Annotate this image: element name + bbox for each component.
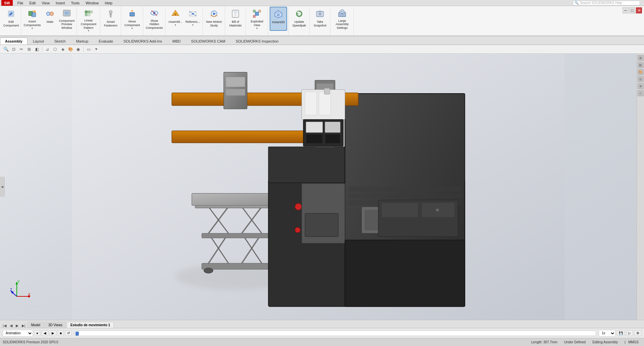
status-defined: Under Defined (564, 340, 586, 344)
svg-text:Z: Z (10, 288, 12, 292)
insert-components-button[interactable]: Insert Components ▼ (23, 7, 42, 31)
ribbon-group-exploded: Exploded View ▼ (246, 7, 268, 36)
restore-button[interactable]: □ (629, 7, 635, 13)
linear-pattern-button[interactable]: Linear Component Pattern ▼ (78, 7, 99, 31)
tab-assembly[interactable]: Assembly (0, 38, 28, 45)
nav-last[interactable]: ▶| (20, 324, 27, 328)
new-motion-study-icon (209, 8, 219, 19)
view-icon-5[interactable]: ⊿ (44, 46, 51, 53)
close-button[interactable]: ✕ (636, 7, 642, 13)
sidebar-icon-3[interactable]: 🎨 (638, 69, 644, 75)
status-sep1: | (625, 340, 626, 344)
search-input[interactable]: 🔍 Search SOLIDWORKS Help (573, 1, 640, 5)
tab-markup[interactable]: Markup (71, 38, 94, 45)
sidebar-icon-2[interactable]: ▤ (638, 62, 644, 68)
sidebar-icon-6[interactable]: ◇ (638, 90, 644, 96)
sidebar-icon-5[interactable]: ⊕ (638, 83, 644, 89)
nav-prev[interactable]: ◀ (8, 324, 14, 328)
move-component-button[interactable]: Move Component ▼ (123, 7, 142, 31)
view-icon-1[interactable]: ⊡ (10, 46, 17, 53)
tab-sketch[interactable]: Sketch (49, 38, 71, 45)
anim-export-button[interactable]: ▷ (626, 330, 633, 336)
instant3d-button[interactable]: 3D Instant3D (270, 7, 287, 31)
view-icon-2[interactable]: ✏ (18, 46, 25, 53)
menu-item-edit[interactable]: Edit (26, 0, 38, 6)
tab-solidworks-cam[interactable]: SOLIDWORKS CAM (186, 38, 230, 45)
take-snapshot-button[interactable]: Take Snapshot (311, 7, 329, 31)
sidebar-icon-1[interactable]: ⊞ (638, 55, 644, 61)
reference-geometry-label: Referenc... (185, 20, 200, 24)
menu-item-view[interactable]: View (39, 0, 52, 6)
animation-mode-select[interactable]: Animation (3, 330, 33, 337)
tab-evaluate[interactable]: Evaluate (94, 38, 118, 45)
view-icon-8[interactable]: 🎨 (67, 46, 74, 53)
ribbon-group-motion: New Motion Study (203, 7, 225, 36)
timeline-container (74, 331, 596, 336)
bill-of-materials-icon (230, 8, 241, 19)
menu-item-tools[interactable]: Tools (68, 0, 83, 6)
view-icon-7[interactable]: ◈ (59, 46, 66, 53)
svg-text:Y: Y (17, 280, 20, 284)
tab-layout[interactable]: Layout (28, 38, 49, 45)
edit-component-button[interactable]: Edit Component (3, 7, 19, 31)
assembly-features-button[interactable]: Assembl... ▼ (167, 7, 184, 31)
large-assembly-icon (337, 8, 347, 18)
view-icon-9[interactable]: ◉ (75, 46, 82, 53)
sidebar-icon-4[interactable]: ◎ (638, 76, 644, 82)
view-icon-4[interactable]: ◧ (34, 46, 40, 53)
tab-3d-views[interactable]: 3D Views (45, 322, 66, 328)
tab-solidworks-inspection[interactable]: SOLIDWORKS Inspection (231, 38, 284, 45)
svg-rect-10 (85, 11, 88, 13)
menu-item-insert[interactable]: Insert (53, 0, 68, 6)
nav-next[interactable]: ▶ (14, 324, 20, 328)
svg-rect-101 (345, 240, 465, 307)
speed-select[interactable]: 1x (599, 330, 615, 337)
mate-button[interactable]: Mate (42, 7, 58, 31)
timeline-indicator[interactable] (75, 332, 79, 336)
view-icon-10[interactable]: ▭ (85, 46, 92, 53)
tab-mbd[interactable]: MBD (167, 38, 185, 45)
view-icon-3[interactable]: ⊞ (26, 46, 33, 53)
smart-fasteners-button[interactable]: Smart Fasteners (102, 7, 119, 31)
menu-item-window[interactable]: Window (83, 0, 101, 6)
menu-item-file[interactable]: File (15, 0, 26, 6)
ribbon-group-show-hidden: Show Hidden Components (144, 7, 165, 36)
linear-pattern-dropdown: ▼ (88, 30, 90, 32)
app-version: SOLIDWORKS Premium 2020 SP0.0 (3, 340, 58, 344)
edit-component-icon (6, 8, 16, 19)
assembly-scene (0, 54, 637, 320)
left-panel-toggle[interactable]: ◀ (0, 177, 5, 197)
take-snapshot-label: Take Snapshot (312, 20, 328, 27)
view-icon-dropdown[interactable]: ▼ (93, 46, 100, 53)
3d-viewport[interactable]: Y X Z (0, 54, 637, 320)
component-preview-button[interactable]: Component Preview Window (58, 7, 75, 31)
bill-of-materials-button[interactable]: Bill of Materials (227, 7, 244, 31)
magnify-icon[interactable]: 🔍 (3, 46, 9, 53)
svg-rect-86 (325, 134, 340, 143)
minimize-button[interactable]: ─ (623, 7, 629, 13)
svg-rect-14 (88, 14, 90, 16)
tab-estudio-movimiento[interactable]: Estudio de movimiento 1 (67, 322, 114, 328)
update-speedpak-button[interactable]: Update Speedpak (290, 7, 308, 31)
nav-first[interactable]: |◀ (1, 324, 8, 328)
anim-play-button[interactable]: ▶ (50, 330, 56, 336)
large-assembly-button[interactable]: Large Assembly Settings (332, 7, 352, 31)
anim-record-button[interactable]: ● (34, 330, 40, 336)
menu-item-help[interactable]: Help (102, 0, 115, 6)
anim-more-button[interactable]: ⚙ (634, 330, 641, 336)
svg-rect-73 (226, 77, 245, 87)
tab-model[interactable]: Model (28, 322, 44, 328)
anim-stop-button[interactable]: ■ (58, 330, 64, 336)
new-motion-study-button[interactable]: New Motion Study (205, 7, 223, 31)
svg-text:X: X (28, 293, 30, 296)
anim-loop-button[interactable]: ↺ (65, 330, 72, 336)
svg-point-88 (295, 227, 301, 233)
reference-geometry-button[interactable]: Referenc... ▼ (184, 7, 201, 31)
insert-components-label: Insert Components (23, 20, 41, 27)
view-icon-6[interactable]: ⬡ (52, 46, 58, 53)
show-hidden-button[interactable]: Show Hidden Components (145, 7, 164, 31)
exploded-view-button[interactable]: Exploded View ▼ (248, 7, 266, 31)
anim-save-button[interactable]: 💾 (617, 330, 625, 336)
tab-solidworks-addins[interactable]: SOLIDWORKS Add-Ins (118, 38, 167, 45)
anim-play-prev-button[interactable]: ◀ (42, 330, 48, 336)
